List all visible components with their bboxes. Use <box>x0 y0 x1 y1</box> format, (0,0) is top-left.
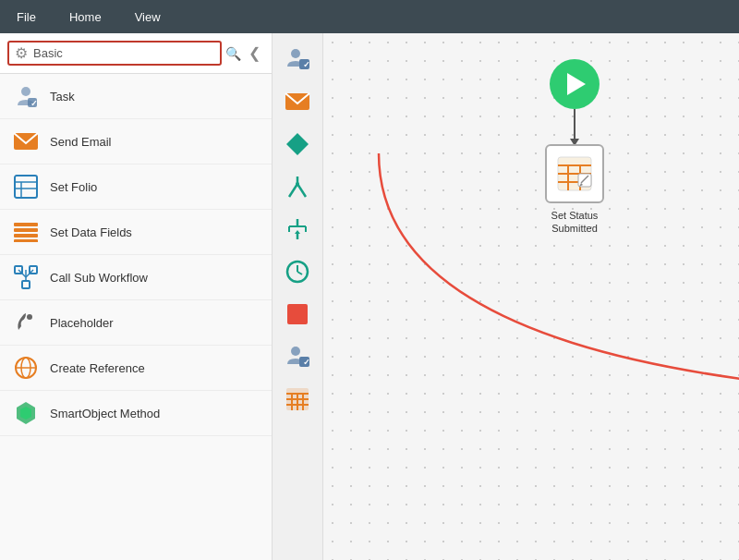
search-bar-inner: ⚙ Basic <box>7 41 222 66</box>
start-circle <box>550 59 600 109</box>
tool-item-set-data-fields[interactable]: Set Data Fields <box>0 210 272 255</box>
svg-overlay <box>323 33 739 560</box>
smartobject-method-icon <box>13 400 39 426</box>
panel-split-icon[interactable] <box>277 166 318 207</box>
tool-item-task[interactable]: ✓ Task <box>0 74 272 119</box>
svg-text:✓: ✓ <box>303 358 310 367</box>
svg-rect-8 <box>14 223 38 226</box>
svg-rect-10 <box>14 234 38 237</box>
set-status-node[interactable]: Set Status Submitted <box>545 144 604 236</box>
send-email-icon <box>13 128 39 154</box>
left-panel: ⚙ Basic 🔍 ❮ ✓ Task <box>0 33 273 560</box>
set-folio-icon <box>13 174 39 200</box>
set-status-box <box>545 144 604 203</box>
search-bar: ⚙ Basic 🔍 ❮ <box>0 33 272 74</box>
svg-point-19 <box>27 314 32 320</box>
svg-marker-39 <box>295 230 300 234</box>
task-icon: ✓ <box>13 83 39 109</box>
tool-item-placeholder[interactable]: Placeholder <box>0 300 272 346</box>
set-status-label: Set Status Submitted <box>551 209 599 236</box>
panel-task-icon[interactable]: ✓ <box>277 39 318 79</box>
tool-label-placeholder: Placeholder <box>50 316 114 330</box>
svg-marker-24 <box>20 407 31 420</box>
panel-fork-icon[interactable] <box>277 209 318 250</box>
panel-diamond-icon[interactable] <box>277 124 318 164</box>
placeholder-icon <box>13 310 39 335</box>
menu-view[interactable]: View <box>127 6 168 28</box>
tool-label-call-sub-workflow: Call Sub Workflow <box>50 271 148 285</box>
collapse-button[interactable]: ❮ <box>245 41 264 66</box>
icon-panel: ✓ <box>273 33 323 560</box>
svg-point-43 <box>291 347 300 356</box>
svg-rect-9 <box>14 228 38 232</box>
svg-rect-11 <box>14 239 38 242</box>
set-data-fields-icon <box>13 219 39 245</box>
tool-item-set-folio[interactable]: Set Folio <box>0 164 272 210</box>
panel-grid-icon[interactable] <box>277 379 318 420</box>
panel-task2-icon[interactable]: ✓ <box>277 336 318 377</box>
panel-clock-icon[interactable] <box>277 251 318 292</box>
tool-label-create-reference: Create Reference <box>50 361 145 375</box>
svg-point-0 <box>21 87 30 96</box>
tool-item-send-email[interactable]: Send Email <box>0 119 272 164</box>
create-reference-icon <box>13 355 39 381</box>
svg-marker-29 <box>286 133 309 155</box>
panel-email-icon[interactable] <box>277 81 318 122</box>
svg-point-33 <box>296 182 299 186</box>
tool-list: ✓ Task Send Email <box>0 74 272 560</box>
svg-rect-4 <box>15 176 37 198</box>
tool-label-task: Task <box>50 90 75 103</box>
tool-label-set-data-fields: Set Data Fields <box>50 225 132 239</box>
menu-file[interactable]: File <box>9 6 43 28</box>
svg-text:✓: ✓ <box>303 60 310 69</box>
svg-text:✓: ✓ <box>30 99 38 108</box>
tool-item-create-reference[interactable]: Create Reference <box>0 346 272 391</box>
tool-item-call-sub-workflow[interactable]: Call Sub Workflow <box>0 255 272 300</box>
svg-line-42 <box>297 272 302 274</box>
set-status-icon <box>556 155 593 192</box>
svg-rect-14 <box>22 281 30 288</box>
gear-wrench-icon: ⚙ <box>15 44 28 62</box>
menubar: File Home View <box>0 0 739 33</box>
svg-point-25 <box>291 49 300 58</box>
panel-stop-icon[interactable] <box>277 294 318 335</box>
call-sub-workflow-icon <box>13 264 39 290</box>
start-node[interactable] <box>550 59 600 109</box>
canvas-area[interactable]: Set Status Submitted ! Task <box>323 33 739 560</box>
svg-line-31 <box>289 184 297 197</box>
tool-item-smartobject-method[interactable]: SmartObject Method <box>0 391 272 436</box>
svg-line-32 <box>297 184 306 197</box>
tool-label-smartobject-method: SmartObject Method <box>50 407 160 420</box>
menu-home[interactable]: Home <box>62 6 109 28</box>
play-triangle-icon <box>567 73 586 95</box>
tool-label-send-email: Send Email <box>50 135 111 149</box>
tool-label-set-folio: Set Folio <box>50 180 97 194</box>
search-label: Basic <box>33 46 63 60</box>
main-layout: ⚙ Basic 🔍 ❮ ✓ Task <box>0 33 739 560</box>
search-icon[interactable]: 🔍 <box>225 46 241 61</box>
